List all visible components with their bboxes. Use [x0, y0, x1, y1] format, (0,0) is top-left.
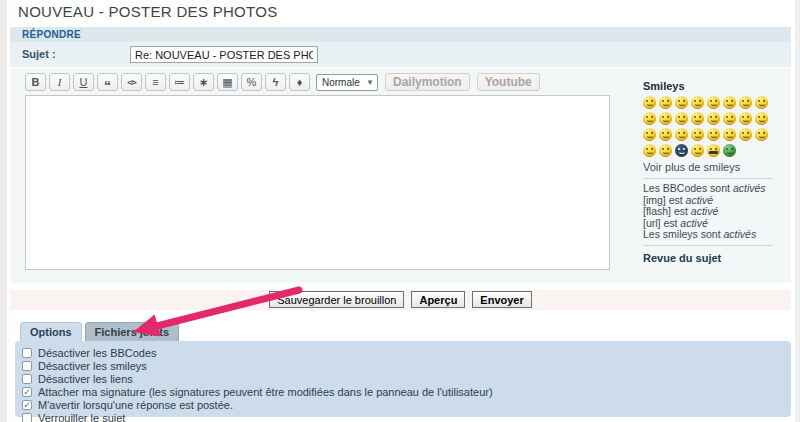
font-size-select[interactable]: Normale ▼: [316, 74, 378, 91]
smiley-smirk-icon[interactable]: [755, 112, 768, 125]
submit-button[interactable]: Envoyer: [472, 291, 531, 308]
option-checkbox[interactable]: ✓: [22, 387, 32, 397]
option-label: Désactiver les smileys: [38, 360, 147, 372]
smiley-stern-icon[interactable]: [755, 128, 768, 141]
submit-button-row: Sauvegarder le brouillon Aperçu Envoyer: [10, 290, 791, 310]
left-edge-strip: [0, 0, 7, 422]
smiley-arrow-icon[interactable]: [675, 144, 688, 157]
smiley-grin-icon[interactable]: [643, 96, 656, 109]
bold-button[interactable]: B: [25, 73, 46, 91]
smiley-frown-icon[interactable]: [723, 112, 736, 125]
lower-tabs: Options Fichiers joints: [20, 322, 179, 341]
bbcode-toolbar: BIU“</>≡≔∗▦%ϟ♦ Normale ▼ Dailymotion You…: [25, 73, 540, 91]
divider: [643, 245, 773, 246]
smiley-censored-icon[interactable]: [707, 144, 720, 157]
ordered-list-button[interactable]: ≔: [169, 73, 190, 91]
smiley-redface-icon[interactable]: [643, 128, 656, 141]
smiley-laugh-icon[interactable]: [707, 96, 720, 109]
youtube-button[interactable]: Youtube: [477, 73, 540, 91]
italic-button[interactable]: I: [49, 73, 70, 91]
page-title: NOUVEAU - POSTER DES PHOTOS: [18, 3, 278, 20]
smiley-question-icon[interactable]: [643, 144, 656, 157]
option-checkbox[interactable]: [22, 413, 32, 422]
option-row: Désactiver les smileys: [22, 359, 791, 372]
option-checkbox[interactable]: ✓: [22, 400, 32, 410]
smiley-sidebar: Smileys Voir plus de smileys Les BBCodes…: [643, 80, 783, 264]
flash-button[interactable]: ϟ: [265, 73, 286, 91]
option-row: Désactiver les liens: [22, 372, 791, 385]
smileys-title: Smileys: [643, 80, 783, 92]
right-edge-strip: [795, 0, 800, 422]
link-button[interactable]: %: [241, 73, 262, 91]
message-textarea[interactable]: [25, 95, 610, 270]
options-panel: Désactiver les BBCodesDésactiver les smi…: [15, 341, 791, 417]
subject-row: Sujet :: [10, 42, 791, 67]
unordered-list-button[interactable]: ≡: [145, 73, 166, 91]
option-row: Désactiver les BBCodes: [22, 346, 791, 359]
divider: [643, 178, 773, 179]
smiley-meh-icon[interactable]: [707, 112, 720, 125]
editor-section: BIU“</>≡≔∗▦%ϟ♦ Normale ▼ Dailymotion You…: [10, 68, 791, 283]
option-label: Désactiver les BBCodes: [38, 347, 157, 359]
image-button[interactable]: ▦: [217, 73, 238, 91]
smiley-lol-icon[interactable]: [755, 96, 768, 109]
smiley-wink-icon[interactable]: [739, 112, 752, 125]
smiley-evil-icon[interactable]: [707, 128, 720, 141]
smiley-smile-icon[interactable]: [675, 128, 688, 141]
dailymotion-button[interactable]: Dailymotion: [385, 73, 470, 91]
smiley-happy-icon[interactable]: [691, 144, 704, 157]
chevron-down-icon: ▼: [366, 78, 374, 87]
reply-header: RÉPONDRE: [10, 27, 791, 42]
smiley-razz-icon[interactable]: [659, 128, 672, 141]
smiley-sad-icon[interactable]: [675, 96, 688, 109]
smiley-cry-icon[interactable]: [723, 128, 736, 141]
smiley-quiet-icon[interactable]: [739, 128, 752, 141]
option-row: ✓Attacher ma signature (les signatures p…: [22, 385, 791, 398]
option-checkbox[interactable]: [22, 374, 32, 384]
smiley-teeth-icon[interactable]: [643, 112, 656, 125]
smiley-shock-icon[interactable]: [659, 144, 672, 157]
tab-options[interactable]: Options: [20, 322, 82, 341]
bbcode-status-list: Les BBCodes sont activés[img] est activé…: [643, 183, 783, 241]
smiley-neutral-icon[interactable]: [723, 96, 736, 109]
underline-button[interactable]: U: [73, 73, 94, 91]
quote-button[interactable]: “: [97, 73, 118, 91]
forum-reply-page: NOUVEAU - POSTER DES PHOTOS RÉPONDRE Suj…: [0, 0, 800, 422]
option-label: Attacher ma signature (les signatures pe…: [38, 386, 493, 398]
smiley-bigsmile-icon[interactable]: [659, 96, 672, 109]
option-label: Verrouiller le sujet: [38, 412, 125, 422]
save-draft-button[interactable]: Sauvegarder le brouillon: [269, 291, 404, 308]
option-row: ✓M'avertir lorsqu'une réponse est postée…: [22, 398, 791, 411]
smiley-geek-icon[interactable]: [675, 112, 688, 125]
smiley-dizzy-icon[interactable]: [691, 96, 704, 109]
toolbar-buttons: BIU“</>≡≔∗▦%ϟ♦: [25, 73, 310, 91]
smiley-mrgreen-icon[interactable]: [723, 144, 736, 157]
topic-review-link[interactable]: Revue du sujet: [643, 252, 783, 264]
option-checkbox[interactable]: [22, 348, 32, 358]
font-color-button[interactable]: ♦: [289, 73, 310, 91]
option-checkbox[interactable]: [22, 361, 32, 371]
bbcode-status-line: Les smileys sont activés: [643, 229, 783, 241]
option-label: M'avertir lorsqu'une réponse est postée.: [38, 399, 233, 411]
smiley-cool-icon[interactable]: [739, 96, 752, 109]
code-button[interactable]: </>: [121, 73, 142, 91]
smiley-thumbs-icon[interactable]: [659, 112, 672, 125]
option-label: Désactiver les liens: [38, 373, 133, 385]
smiley-rolleyes-icon[interactable]: [691, 128, 704, 141]
smiley-grid: [643, 96, 775, 157]
subject-input[interactable]: [130, 46, 318, 63]
option-row: Verrouiller le sujet: [22, 411, 791, 422]
smiley-eek-icon[interactable]: [691, 112, 704, 125]
subject-label: Sujet :: [22, 48, 56, 60]
font-size-value: Normale: [322, 77, 360, 88]
more-smileys-link[interactable]: Voir plus de smileys: [643, 161, 783, 173]
tab-fichiers-joints[interactable]: Fichiers joints: [85, 322, 180, 341]
list-item-button[interactable]: ∗: [193, 73, 214, 91]
preview-button[interactable]: Aperçu: [411, 291, 465, 308]
